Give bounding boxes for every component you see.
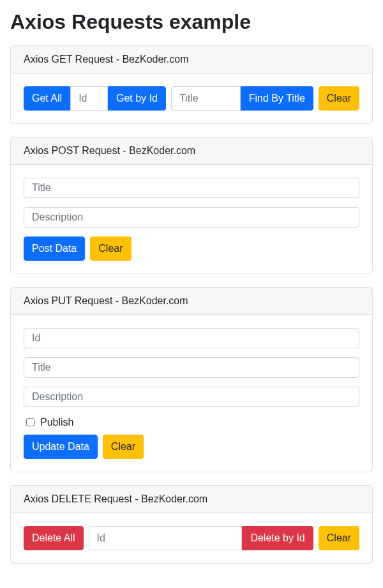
put-card: Axios PUT Request - BezKoder.com Publish… bbox=[10, 287, 373, 472]
get-all-button[interactable]: Get All bbox=[24, 86, 70, 111]
find-by-title-button[interactable]: Find By Title bbox=[241, 86, 313, 111]
page-title: Axios Requests example bbox=[10, 10, 373, 34]
publish-checkbox[interactable] bbox=[26, 418, 34, 426]
post-title-input[interactable] bbox=[24, 178, 359, 198]
put-description-input[interactable] bbox=[24, 387, 359, 407]
update-data-button[interactable]: Update Data bbox=[24, 435, 98, 459]
get-by-id-button[interactable]: Get by Id bbox=[108, 86, 166, 111]
publish-label: Publish bbox=[40, 417, 73, 428]
delete-by-id-button[interactable]: Delete by Id bbox=[242, 526, 313, 550]
get-card-header: Axios GET Request - BezKoder.com bbox=[11, 46, 372, 74]
put-clear-button[interactable]: Clear bbox=[103, 435, 144, 459]
delete-clear-button[interactable]: Clear bbox=[319, 526, 359, 550]
get-card: Axios GET Request - BezKoder.com Get All… bbox=[10, 45, 373, 124]
put-id-input[interactable] bbox=[24, 328, 359, 348]
delete-id-input[interactable] bbox=[89, 526, 243, 550]
put-title-input[interactable] bbox=[24, 357, 359, 378]
post-clear-button[interactable]: Clear bbox=[90, 236, 131, 261]
get-id-input[interactable] bbox=[70, 86, 108, 111]
post-card-header: Axios POST Request - BezKoder.com bbox=[11, 137, 372, 165]
post-description-input[interactable] bbox=[24, 207, 359, 228]
get-clear-button[interactable]: Clear bbox=[319, 86, 359, 111]
delete-all-button[interactable]: Delete All bbox=[24, 526, 84, 550]
delete-card-header: Axios DELETE Request - BezKoder.com bbox=[11, 486, 372, 513]
get-title-input[interactable] bbox=[171, 86, 241, 111]
put-card-header: Axios PUT Request - BezKoder.com bbox=[11, 288, 372, 315]
post-card: Axios POST Request - BezKoder.com Post D… bbox=[10, 137, 373, 274]
delete-card: Axios DELETE Request - BezKoder.com Dele… bbox=[10, 485, 373, 564]
post-data-button[interactable]: Post Data bbox=[24, 236, 85, 261]
